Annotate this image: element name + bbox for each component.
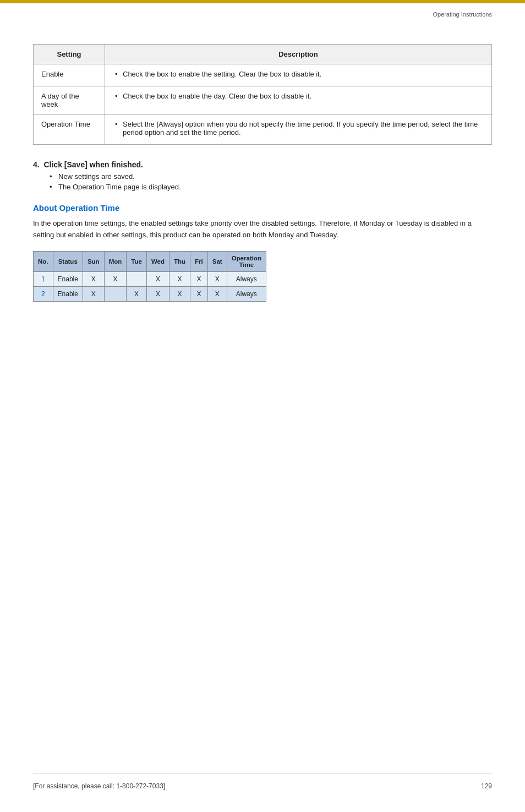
op-row1-mon: X <box>104 271 127 286</box>
operation-time-table: No. Status Sun Mon Tue Wed Thu Fri Sat O… <box>33 251 266 302</box>
footer-assistance: [For assistance, please call: 1-800-272-… <box>33 782 165 790</box>
step-bullet-item: New settings are saved. <box>50 172 492 181</box>
step-number: 4. Click [Save] when finished. <box>33 160 492 169</box>
op-row2-tue: X <box>127 286 147 301</box>
op-row2-sat: X <box>207 286 227 301</box>
op-row2-status: Enable <box>53 286 83 301</box>
bullet-item: Check the box to enable the day. Clear t… <box>113 92 484 100</box>
bullet-item: Check the box to enable the setting. Cle… <box>113 70 484 78</box>
footer-divider <box>33 773 492 773</box>
about-operation-time-section: About Operation Time In the operation ti… <box>33 203 492 302</box>
op-row1-wed: X <box>146 271 169 286</box>
page-wrapper: Operating Instructions Setting Descripti… <box>0 0 525 812</box>
op-col-no: No. <box>34 251 53 271</box>
top-right-label: Operating Instructions <box>433 11 492 18</box>
op-col-sat: Sat <box>207 251 227 271</box>
main-content: Setting Description Enable Check t <box>33 44 492 302</box>
op-row2-wed: X <box>146 286 169 301</box>
op-col-optime: OperationTime <box>227 251 266 271</box>
header-bar <box>0 0 525 3</box>
bullet-item: Select the [Always] option when you do n… <box>113 120 484 137</box>
op-row2-thu: X <box>169 286 190 301</box>
op-col-tue: Tue <box>127 251 147 271</box>
op-col-fri: Fri <box>190 251 208 271</box>
table-row: A day of the week Check the box to enabl… <box>34 86 492 115</box>
about-description: In the operation time settings, the enab… <box>33 218 492 241</box>
op-row1-fri: X <box>190 271 208 286</box>
op-row2-fri: X <box>190 286 208 301</box>
op-row2-optime: Always <box>227 286 266 301</box>
setting-cell-optime: Operation Time <box>34 115 105 145</box>
footer-page-number: 129 <box>481 782 492 790</box>
op-col-thu: Thu <box>169 251 190 271</box>
op-row1-thu: X <box>169 271 190 286</box>
op-row2-sun: X <box>83 286 104 301</box>
op-row2-no[interactable]: 2 <box>34 286 53 301</box>
description-cell-enable: Check the box to enable the setting. Cle… <box>105 64 492 86</box>
setting-cell-day: A day of the week <box>34 86 105 115</box>
setting-cell-enable: Enable <box>34 64 105 86</box>
op-row1-status: Enable <box>53 271 83 286</box>
step-bullet-list: New settings are saved. The Operation Ti… <box>33 172 492 191</box>
op-row1-tue <box>127 271 147 286</box>
step4-section: 4. Click [Save] when finished. New setti… <box>33 160 492 191</box>
col-setting-header: Setting <box>34 45 105 64</box>
header-label: Operating Instructions <box>433 11 492 18</box>
op-col-status: Status <box>53 251 83 271</box>
table-row: Enable Check the box to enable the setti… <box>34 64 492 86</box>
op-row1-sun: X <box>83 271 104 286</box>
op-row1-sat: X <box>207 271 227 286</box>
op-row2-mon <box>104 286 127 301</box>
description-cell-optime: Select the [Always] option when you do n… <box>105 115 492 145</box>
op-row1-optime: Always <box>227 271 266 286</box>
op-table-row-1: 1 Enable X X X X X X Always <box>34 271 266 286</box>
section-heading: About Operation Time <box>33 203 492 212</box>
col-description-header: Description <box>105 45 492 64</box>
description-cell-day: Check the box to enable the day. Clear t… <box>105 86 492 115</box>
step-bullet-item: The Operation Time page is displayed. <box>50 183 492 191</box>
op-col-wed: Wed <box>146 251 169 271</box>
op-col-mon: Mon <box>104 251 127 271</box>
op-table-row-2: 2 Enable X X X X X X Always <box>34 286 266 301</box>
op-row1-no[interactable]: 1 <box>34 271 53 286</box>
settings-table: Setting Description Enable Check t <box>33 44 492 145</box>
op-col-sun: Sun <box>83 251 104 271</box>
footer: [For assistance, please call: 1-800-272-… <box>0 782 525 790</box>
table-row: Operation Time Select the [Always] optio… <box>34 115 492 145</box>
